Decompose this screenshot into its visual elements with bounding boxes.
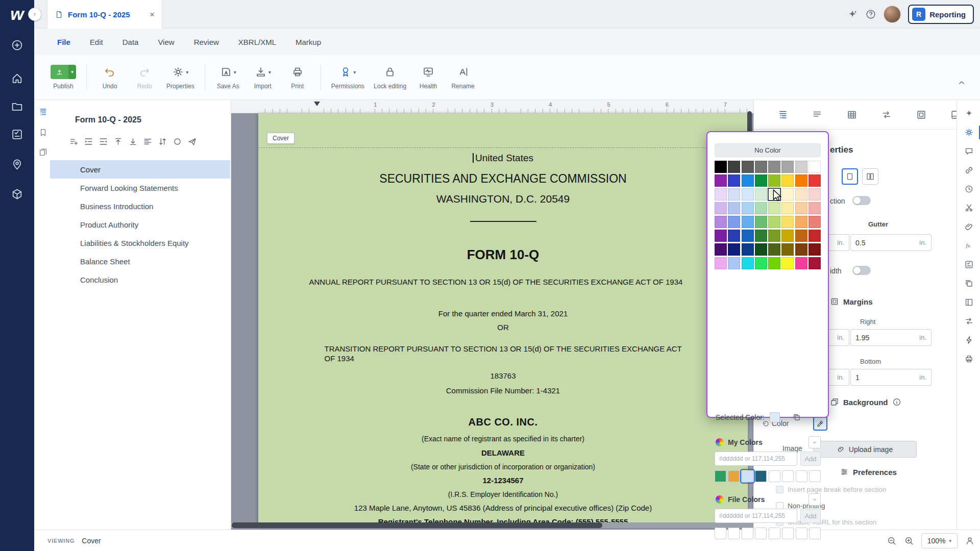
layout-single-button[interactable]	[842, 168, 858, 185]
empty-color-swatch[interactable]	[782, 470, 794, 482]
tab-transform-props-icon[interactable]	[881, 109, 892, 120]
color-picker-button[interactable]	[813, 416, 827, 431]
import-button[interactable]: ▾ Import	[247, 63, 279, 92]
color-swatch[interactable]	[781, 216, 794, 228]
color-swatch[interactable]	[755, 161, 767, 173]
settings-panel-button[interactable]	[957, 123, 980, 142]
copies-panel-button[interactable]	[957, 274, 980, 293]
color-swatch[interactable]	[755, 216, 767, 228]
margin-marker[interactable]	[314, 102, 320, 106]
color-swatch[interactable]	[768, 161, 780, 173]
color-swatch[interactable]	[795, 174, 807, 187]
color-swatch[interactable]	[768, 174, 780, 187]
color-swatch[interactable]	[768, 257, 780, 269]
color-swatch[interactable]	[728, 257, 740, 269]
info-icon[interactable]	[892, 397, 901, 407]
color-swatch[interactable]	[781, 230, 794, 242]
outline-item-product-authority[interactable]: Product Authority	[50, 215, 230, 234]
color-swatch[interactable]	[742, 243, 754, 256]
color-swatch[interactable]	[755, 174, 767, 187]
send-icon[interactable]	[187, 137, 197, 146]
publish-button[interactable]: ▾ Publish	[47, 63, 79, 92]
outline-item-cover[interactable]: Cover	[50, 160, 230, 179]
document-page[interactable]: Cover United StatesSECURITIES AND EXCHAN…	[258, 113, 748, 525]
publish-caret-icon[interactable]: ▾	[68, 65, 76, 79]
color-swatch[interactable]	[795, 188, 807, 201]
color-swatch[interactable]	[742, 188, 754, 201]
color-swatch[interactable]	[781, 257, 794, 269]
attachments-panel-button[interactable]	[957, 217, 980, 236]
no-color-button[interactable]: No Color	[715, 143, 821, 157]
saved-color-swatch[interactable]	[715, 470, 726, 482]
create-icon[interactable]	[11, 39, 23, 52]
menu-markup[interactable]: Markup	[286, 34, 331, 51]
color-swatch[interactable]	[728, 243, 740, 256]
sort-icon[interactable]	[158, 137, 167, 146]
color-swatch[interactable]	[781, 188, 794, 201]
copy-color-icon[interactable]	[792, 413, 801, 422]
color-swatch[interactable]	[795, 243, 807, 256]
pages-tab-icon[interactable]	[38, 147, 48, 157]
color-swatch[interactable]	[742, 216, 754, 228]
color-swatch[interactable]	[781, 161, 794, 173]
color-swatch[interactable]	[742, 174, 754, 187]
status-filter-icon[interactable]	[173, 137, 182, 146]
color-swatch[interactable]	[768, 230, 780, 242]
color-swatch[interactable]	[755, 257, 767, 269]
color-swatch[interactable]	[808, 174, 821, 187]
color-swatch[interactable]	[768, 188, 780, 201]
move-up-icon[interactable]	[113, 137, 123, 146]
color-swatch[interactable]	[728, 188, 740, 201]
tasks-panel-button[interactable]	[957, 255, 980, 274]
my-colors-expand-button[interactable]	[808, 436, 821, 448]
section-tag[interactable]: Cover	[267, 133, 295, 144]
color-swatch[interactable]	[715, 202, 727, 214]
demote-section-icon[interactable]	[84, 137, 93, 146]
my-colors-input[interactable]	[715, 452, 797, 466]
color-swatch[interactable]	[795, 257, 807, 269]
color-swatch[interactable]	[755, 202, 767, 214]
color-swatch[interactable]	[742, 202, 754, 214]
bottom-margin-input[interactable]	[855, 373, 917, 382]
tab-text-props-icon[interactable]	[812, 109, 823, 120]
color-swatch[interactable]	[808, 188, 821, 201]
color-swatch[interactable]	[715, 216, 727, 228]
datasets-icon[interactable]	[11, 188, 23, 201]
empty-color-swatch[interactable]	[782, 528, 794, 539]
tab-frame-props-icon[interactable]	[916, 109, 927, 120]
color-swatch[interactable]	[768, 243, 780, 256]
empty-color-swatch[interactable]	[769, 528, 780, 539]
empty-color-swatch[interactable]	[715, 528, 726, 539]
zoom-level-button[interactable]: 100% ▾	[921, 533, 958, 548]
outline-item-balance-sheet[interactable]: Balance Sheet	[50, 252, 230, 270]
color-swatch[interactable]	[808, 202, 821, 214]
gutter-input[interactable]	[855, 239, 917, 247]
expand-rail-button[interactable]	[28, 8, 41, 21]
add-section-icon[interactable]	[69, 137, 79, 146]
shortcuts-panel-button[interactable]	[957, 331, 980, 349]
menu-file[interactable]: File	[47, 34, 80, 51]
empty-color-swatch[interactable]	[809, 470, 821, 482]
color-swatch[interactable]	[755, 243, 767, 256]
color-swatch[interactable]	[742, 161, 754, 173]
avatar[interactable]	[884, 6, 901, 23]
empty-color-swatch[interactable]	[742, 528, 753, 539]
color-swatch[interactable]	[781, 243, 794, 256]
color-swatch[interactable]	[781, 174, 794, 187]
tab-table-props-icon[interactable]	[846, 109, 857, 120]
width-toggle[interactable]	[852, 266, 871, 275]
help-icon[interactable]	[865, 9, 876, 20]
color-swatch[interactable]	[795, 161, 807, 173]
undo-button[interactable]: Undo	[94, 63, 126, 92]
right-margin-input[interactable]	[855, 334, 917, 342]
layout-panel-button[interactable]	[957, 293, 980, 312]
cut-panel-button[interactable]	[957, 198, 980, 217]
menu-review[interactable]: Review	[184, 34, 229, 51]
color-swatch[interactable]	[742, 230, 754, 242]
print-button[interactable]: Print	[282, 63, 313, 92]
home-icon[interactable]	[11, 72, 23, 85]
file-colors-add-button[interactable]: Add	[800, 509, 821, 523]
links-panel-button[interactable]	[957, 161, 980, 180]
promote-section-icon[interactable]	[99, 137, 108, 146]
outline-item-liabilities-stockholders-equity[interactable]: Liabilities & Stockholders Equity	[50, 234, 230, 252]
